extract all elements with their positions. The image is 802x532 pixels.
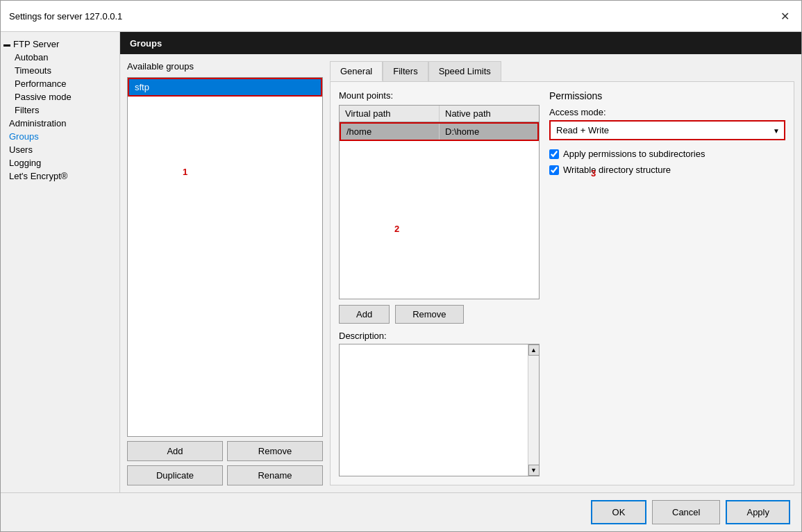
available-groups-label: Available groups: [127, 61, 323, 72]
sidebar-item-lets-encrypt[interactable]: Let's Encrypt®: [1, 169, 119, 183]
main-content: ▬ FTP Server Autoban Timeouts Performanc…: [1, 32, 801, 492]
sidebar-item-administration[interactable]: Administration: [1, 117, 119, 130]
groups-left-panel: Available groups sftp 1 Add Remove Dupli…: [127, 61, 323, 485]
writable-dir-checkbox-row[interactable]: Writable directory structure: [549, 165, 785, 175]
groups-header: Groups: [120, 32, 801, 54]
tabs: General Filters Speed Limits: [330, 61, 794, 81]
main-window: Settings for server 127.0.0.1 ✕ ▬ FTP Se…: [0, 0, 802, 532]
mount-actions: Add Remove: [339, 305, 540, 324]
settings-panel: General Filters Speed Limits Mount point…: [330, 61, 794, 485]
apply-subdirs-checkbox-row[interactable]: Apply permissions to subdirectories: [549, 149, 785, 159]
tab-speed-limits[interactable]: Speed Limits: [428, 61, 501, 81]
sidebar-item-passive-mode[interactable]: Passive mode: [1, 90, 119, 103]
writable-dir-checkbox[interactable]: [549, 165, 559, 175]
sidebar: ▬ FTP Server Autoban Timeouts Performanc…: [1, 32, 120, 492]
mount-cell-virtual: /home: [341, 124, 440, 140]
sidebar-item-performance[interactable]: Performance: [1, 77, 119, 90]
apply-subdirs-checkbox[interactable]: [549, 149, 559, 159]
description-label: Description:: [339, 331, 540, 341]
rename-group-button[interactable]: Rename: [227, 465, 323, 485]
scroll-up-button[interactable]: ▲: [528, 344, 540, 356]
window-title: Settings for server 127.0.0.1: [9, 11, 122, 22]
duplicate-group-button[interactable]: Duplicate: [127, 465, 223, 485]
groups-add-remove-buttons: Add Remove: [127, 441, 323, 461]
mount-table: Virtual path Native path /home D:\home: [339, 105, 540, 299]
close-button[interactable]: ✕: [776, 8, 793, 24]
right-panel: Groups Available groups sftp 1 Add Remo: [120, 32, 801, 492]
mount-points-label: Mount points:: [339, 90, 540, 101]
mount-cell-native: D:\home: [440, 124, 537, 140]
title-bar: Settings for server 127.0.0.1 ✕: [1, 1, 801, 32]
tab-general[interactable]: General: [330, 61, 383, 81]
apply-button[interactable]: Apply: [726, 500, 790, 524]
permissions-section: Permissions Access mode: Read only Write…: [549, 90, 785, 476]
sidebar-item-autoban[interactable]: Autoban: [1, 51, 119, 64]
sidebar-item-ftp-server[interactable]: ▬ FTP Server: [1, 38, 119, 51]
mount-rows: /home D:\home: [340, 122, 539, 299]
mount-row-0[interactable]: /home D:\home: [340, 122, 539, 141]
col-virtual-path: Virtual path: [340, 106, 440, 122]
scroll-down-button[interactable]: ▼: [528, 465, 540, 476]
access-mode-select-wrapper: Read only Write only Read + Write No acc…: [549, 120, 785, 140]
cancel-button[interactable]: Cancel: [652, 500, 720, 524]
description-box[interactable]: ▲ ▼: [339, 344, 540, 476]
sidebar-item-filters[interactable]: Filters: [1, 103, 119, 117]
group-item-sftp[interactable]: sftp: [128, 78, 322, 97]
sidebar-item-logging[interactable]: Logging: [1, 156, 119, 169]
access-mode-label: Access mode:: [549, 107, 785, 117]
description-scrollbar[interactable]: ▲ ▼: [528, 344, 539, 476]
remove-mount-button[interactable]: Remove: [395, 305, 463, 324]
add-mount-button[interactable]: Add: [339, 305, 390, 324]
apply-subdirs-label: Apply permissions to subdirectories: [563, 149, 705, 159]
groups-list[interactable]: sftp: [127, 77, 323, 437]
writable-dir-label: Writable directory structure: [563, 165, 671, 175]
tab-filters[interactable]: Filters: [383, 61, 428, 81]
sidebar-item-users[interactable]: Users: [1, 143, 119, 156]
sidebar-item-timeouts[interactable]: Timeouts: [1, 64, 119, 77]
sidebar-item-groups[interactable]: Groups: [1, 130, 119, 143]
add-group-button[interactable]: Add: [127, 441, 223, 461]
remove-group-button[interactable]: Remove: [227, 441, 323, 461]
permissions-label: Permissions: [549, 90, 785, 101]
groups-dup-rename-buttons: Duplicate Rename: [127, 465, 323, 485]
bottom-bar: OK Cancel Apply: [1, 492, 801, 531]
mount-table-header: Virtual path Native path: [340, 106, 539, 122]
groups-body: Available groups sftp 1 Add Remove Dupli…: [120, 54, 801, 492]
ok-button[interactable]: OK: [591, 500, 646, 524]
access-mode-select[interactable]: Read only Write only Read + Write No acc…: [549, 120, 785, 140]
col-native-path: Native path: [440, 106, 539, 122]
tab-content-general: Mount points: Virtual path Native path /…: [330, 81, 794, 485]
mount-points-section: Mount points: Virtual path Native path /…: [339, 90, 540, 476]
